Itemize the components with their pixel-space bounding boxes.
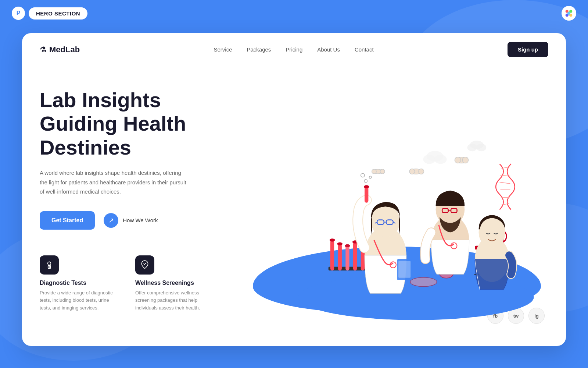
svg-point-69 xyxy=(409,169,415,174)
nav-about[interactable]: About Us xyxy=(317,46,340,53)
hero-title-line1: Lab Insights xyxy=(40,88,161,112)
hero-left: Lab Insights Guiding Health Destinies A … xyxy=(40,81,231,335)
navbar: ⚗ MedLab Service Packages Pricing About … xyxy=(22,33,566,66)
svg-point-73 xyxy=(434,155,447,164)
svg-point-28 xyxy=(410,277,437,287)
feature-desc-0: Provide a wide range of diagnostic tests… xyxy=(40,289,121,312)
svg-point-72 xyxy=(423,155,435,164)
how-we-work-button[interactable]: ↗ How We Work xyxy=(104,213,158,228)
hero-title: Lab Insights Guiding Health Destinies xyxy=(40,88,231,159)
svg-point-45 xyxy=(364,185,369,188)
nav-links: Service Packages Pricing About Us Contac… xyxy=(214,46,373,53)
arrow-circle-icon: ↗ xyxy=(104,213,118,228)
hero-illustration xyxy=(245,95,548,324)
svg-point-70 xyxy=(419,169,424,174)
hero-description: A world where lab insights shape health … xyxy=(40,168,187,197)
hero-section: Lab Insights Guiding Health Destinies A … xyxy=(22,66,566,346)
svg-rect-44 xyxy=(365,187,368,202)
how-we-work-label: How We Work xyxy=(123,217,158,223)
svg-point-47 xyxy=(369,176,371,178)
feature-desc-1: Offer comprehensive wellness screening p… xyxy=(135,289,216,312)
hero-title-line2: Guiding Health xyxy=(40,112,186,135)
feature-title-0: Diagnostic Tests xyxy=(40,280,121,286)
logo-icon: ⚗ xyxy=(40,45,46,54)
svg-point-23 xyxy=(345,244,350,247)
svg-rect-17 xyxy=(353,242,357,270)
top-bar: P HERO SECTION xyxy=(0,0,588,26)
svg-point-8 xyxy=(48,262,51,265)
nav-service[interactable]: Service xyxy=(214,46,232,53)
svg-point-76 xyxy=(476,144,486,151)
feature-cards: Diagnostic Tests Provide a wide range of… xyxy=(40,255,231,312)
nav-pricing[interactable]: Pricing xyxy=(286,46,302,53)
logo: ⚗ MedLab xyxy=(40,45,80,54)
top-bar-label: HERO SECTION xyxy=(29,7,87,20)
svg-point-67 xyxy=(462,157,469,163)
hero-title-line3: Destinies xyxy=(40,136,131,159)
top-bar-left: P HERO SECTION xyxy=(12,7,87,20)
feature-icon-0 xyxy=(40,255,59,275)
figma-icon xyxy=(562,6,576,21)
svg-rect-15 xyxy=(338,244,342,270)
nav-contact[interactable]: Contact xyxy=(355,46,374,53)
get-started-button[interactable]: Get Started xyxy=(40,211,95,230)
hero-right: fb tw ig xyxy=(245,81,548,335)
feature-icon-1 xyxy=(135,255,154,275)
svg-point-48 xyxy=(361,173,365,177)
main-card: ⚗ MedLab Service Packages Pricing About … xyxy=(22,33,566,346)
svg-point-22 xyxy=(337,243,343,245)
logo-text: MedLab xyxy=(49,45,80,54)
svg-rect-16 xyxy=(345,246,349,270)
svg-rect-50 xyxy=(398,261,410,278)
svg-rect-14 xyxy=(330,240,334,270)
svg-line-61 xyxy=(499,182,510,184)
feature-card-1: Wellness Screenings Offer comprehensive … xyxy=(135,255,216,312)
svg-point-46 xyxy=(364,180,367,183)
feature-title-1: Wellness Screenings xyxy=(135,280,216,286)
svg-point-66 xyxy=(455,157,461,163)
nav-packages[interactable]: Packages xyxy=(247,46,271,53)
svg-point-7 xyxy=(567,12,570,15)
svg-point-78 xyxy=(372,169,376,174)
svg-point-21 xyxy=(330,238,335,241)
signup-button[interactable]: Sign up xyxy=(508,42,548,57)
feature-card-0: Diagnostic Tests Provide a wide range of… xyxy=(40,255,121,312)
hero-buttons: Get Started ↗ How We Work xyxy=(40,211,231,230)
svg-point-79 xyxy=(380,169,384,174)
svg-point-75 xyxy=(467,144,477,151)
top-bar-logo-icon: P xyxy=(12,7,25,20)
